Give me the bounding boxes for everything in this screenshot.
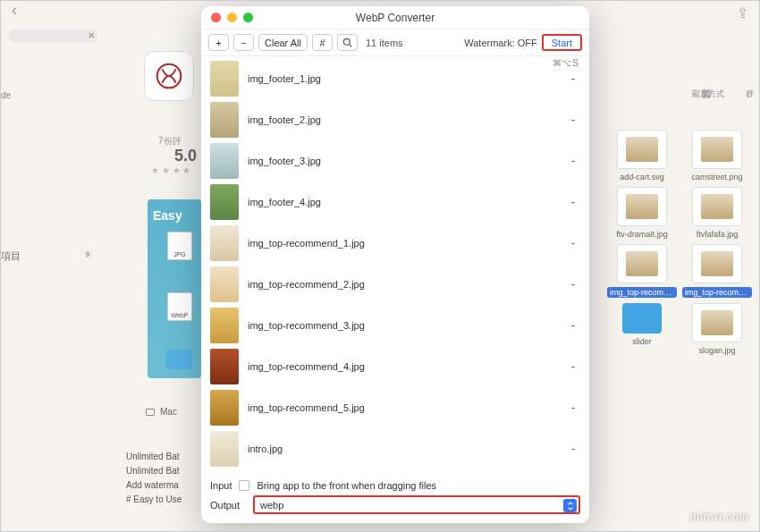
search-button[interactable]	[337, 34, 358, 51]
close-icon: ✕	[88, 30, 95, 40]
finder-item[interactable]: ftv-drama8.jpg	[609, 187, 675, 239]
file-name: img_top-recommend_3.jpg	[248, 320, 562, 331]
bg-easy-text: Easy	[153, 208, 182, 223]
file-name: img_top-recommend_4.jpg	[248, 361, 562, 372]
finder-grid: add-cart.svgcamstreet.pngftv-drama8.jpgf…	[605, 126, 759, 359]
file-icon	[692, 244, 742, 283]
output-label: Output	[210, 500, 246, 511]
hash-button[interactable]: #	[312, 34, 333, 51]
file-thumbnail	[210, 431, 239, 467]
file-status: -	[571, 443, 580, 455]
finder-item-label: img_top-recommend_3.jpg	[682, 287, 752, 298]
finder-item[interactable]: camstreet.png	[684, 130, 750, 182]
file-icon	[617, 187, 667, 226]
finder-item[interactable]: img_top-recommend_2.jpg	[609, 244, 675, 298]
remove-button[interactable]: −	[233, 34, 254, 51]
file-name: img_top-recommend_1.jpg	[248, 238, 562, 249]
file-thumbnail	[210, 61, 239, 97]
keyboard-shortcut: ⌘⌥S	[553, 58, 578, 68]
finder-item-label: img_top-recommend_2.jpg	[607, 287, 677, 298]
add-button[interactable]: +	[208, 34, 229, 51]
file-thumbnail	[210, 102, 239, 138]
file-thumbnail	[210, 390, 239, 426]
finder-item-label: ftvfafafa.jpg	[682, 230, 752, 239]
file-icon	[692, 187, 742, 226]
file-icon	[692, 303, 742, 342]
file-status: -	[571, 401, 580, 414]
finder-item[interactable]: slogan.jpg	[684, 303, 750, 355]
file-status: -	[571, 72, 580, 85]
sidebar-badge: 9	[83, 249, 92, 258]
file-row[interactable]: img_top-recommend_2.jpg-	[210, 264, 580, 305]
file-status: -	[571, 360, 580, 373]
bg-right-head: 顯示方式群	[692, 89, 754, 100]
file-icon	[617, 244, 667, 283]
file-row[interactable]: img_top-recommend_1.jpg-	[210, 223, 580, 264]
bottom-panel: Input Bring app to the front when draggi…	[201, 475, 589, 523]
file-name: intro.jpg	[248, 443, 562, 454]
finder-item[interactable]: slider	[609, 303, 675, 355]
file-status: -	[571, 114, 580, 126]
file-thumbnail	[210, 349, 239, 384]
file-row[interactable]: img_footer_4.jpg-	[210, 182, 580, 223]
file-status: -	[571, 278, 580, 291]
file-thumbnail	[210, 184, 239, 220]
file-row[interactable]: img_top-recommend_5.jpg-	[210, 387, 580, 428]
file-row[interactable]: intro.jpg-	[210, 428, 580, 469]
finder-item[interactable]: add-cart.svg	[609, 130, 675, 182]
file-status: -	[571, 237, 580, 249]
finder-item-label: ftv-drama8.jpg	[607, 230, 677, 239]
file-list[interactable]: img_footer_1.jpg-img_footer_2.jpg-img_fo…	[201, 56, 589, 475]
file-name: img_footer_2.jpg	[248, 114, 562, 125]
file-name: img_footer_3.jpg	[248, 156, 562, 166]
bg-meta: 7份評	[158, 135, 182, 148]
share-icon: ⇪	[737, 4, 748, 21]
file-row[interactable]: img_footer_3.jpg-	[210, 140, 580, 182]
nav-back-icon: ‹	[12, 1, 17, 20]
finder-item-label: camstreet.png	[682, 173, 752, 182]
file-row[interactable]: img_footer_1.jpg-	[210, 58, 580, 99]
file-thumbnail	[210, 266, 239, 302]
bg-text: de	[1, 90, 11, 100]
start-button[interactable]: Start	[542, 34, 582, 51]
bg-folder	[165, 350, 192, 369]
file-name: img_footer_1.jpg	[248, 73, 562, 84]
bg-file-icons: JPGWebP	[167, 232, 192, 321]
output-format-select[interactable]: webp	[253, 495, 580, 514]
svg-point-1	[343, 38, 350, 45]
file-row[interactable]: img_top-recommend_4.jpg-	[210, 346, 580, 387]
watermark-status[interactable]: Watermark: OFF	[464, 38, 536, 48]
titlebar: WebP Converter	[201, 6, 589, 30]
finder-item-label: add-cart.svg	[607, 173, 677, 182]
file-icon	[617, 130, 667, 169]
bg-stars: ★ ★ ★ ★	[151, 165, 190, 175]
file-row[interactable]: img_footer_2.jpg-	[210, 99, 580, 140]
clear-all-button[interactable]: Clear All	[258, 34, 308, 51]
finder-item[interactable]: ftvfafafa.jpg	[684, 187, 750, 239]
item-count: 11 items	[366, 38, 403, 48]
sidebar-label: 項目	[1, 249, 21, 263]
file-icon	[692, 130, 742, 169]
file-status: -	[571, 155, 580, 167]
file-row[interactable]: img_top-recommend_3.jpg-	[210, 305, 580, 346]
app-logo	[144, 51, 194, 101]
file-name: img_footer_4.jpg	[248, 197, 562, 207]
output-value: webp	[260, 500, 283, 511]
file-status: -	[571, 319, 580, 332]
svg-line-2	[350, 45, 352, 47]
file-thumbnail	[210, 143, 239, 179]
input-label: Input	[210, 480, 232, 491]
bg-rating: 5.0	[174, 147, 197, 165]
bring-front-label: Bring app to the front when dragging fil…	[257, 480, 436, 491]
finder-item[interactable]: img_top-recommend_3.jpg	[684, 244, 750, 298]
file-thumbnail	[210, 225, 239, 261]
bg-pill: ✕	[8, 30, 97, 42]
finder-item-label: slogan.jpg	[682, 346, 752, 355]
file-thumbnail	[210, 308, 239, 343]
chevron-updown-icon	[563, 499, 577, 512]
window-title: WebP Converter	[201, 12, 589, 24]
file-name: img_top-recommend_2.jpg	[248, 279, 562, 290]
bg-desc: Unlimited BatUnlimited BatAdd waterma# E…	[126, 450, 182, 507]
folder-icon	[622, 303, 662, 334]
bring-front-checkbox[interactable]	[239, 480, 249, 491]
